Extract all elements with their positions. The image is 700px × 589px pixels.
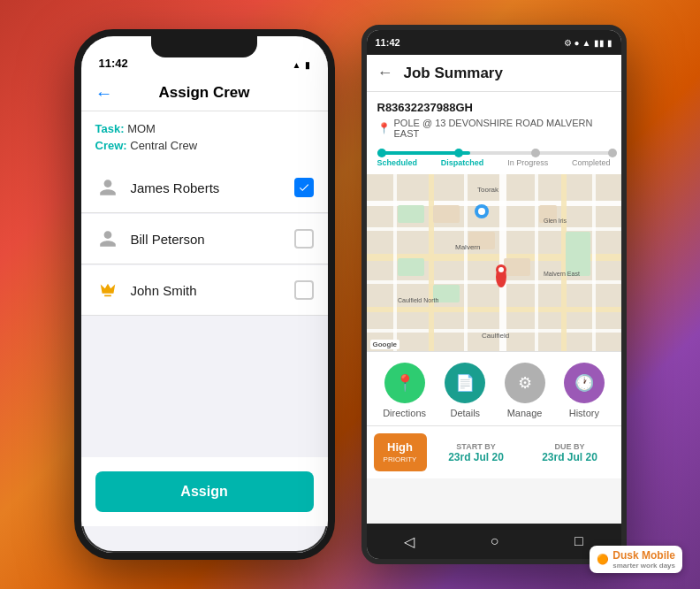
android-header-title: Job Summary	[404, 65, 503, 82]
manage-icon-circle: ⚙	[505, 363, 545, 403]
assign-button-area: Assign	[81, 457, 328, 526]
settings-icon: ⚙	[564, 38, 572, 48]
iphone-header-title: Assign Crew	[159, 84, 250, 102]
task-info: Task: MOM Crew: Central Crew	[81, 111, 328, 163]
android-status-bar: 11:42 ⚙ ● ▲ ▮▮ ▮	[367, 30, 621, 55]
start-by-info: START BY 23rd Jul 20	[432, 442, 521, 463]
directions-icon: 📍	[395, 373, 415, 393]
svg-rect-8	[429, 174, 434, 351]
svg-text:Caulfield: Caulfield	[482, 332, 509, 340]
svg-rect-9	[464, 174, 468, 351]
dot-dispatched	[454, 149, 463, 157]
map-container[interactable]: Toorak Glen Iris Malvern Malvern East Ca…	[367, 174, 621, 351]
svg-rect-18	[504, 258, 530, 276]
signal-icon: ▮▮	[594, 38, 605, 48]
android-home-nav[interactable]: ○	[491, 533, 499, 549]
svg-point-23	[478, 208, 485, 215]
wifi-icon: ▲	[582, 38, 591, 48]
crew-icon-bill	[95, 226, 120, 251]
android-back-nav[interactable]: ◁	[404, 533, 415, 550]
android-recents-nav[interactable]: □	[574, 533, 583, 549]
start-by-label: START BY	[432, 442, 521, 451]
action-buttons: 📍 Directions 📄 Details ⚙ Manage 🕐 Histor…	[367, 351, 621, 425]
crew-item-bill[interactable]: Bill Peterson	[81, 214, 328, 264]
svg-text:Toorak: Toorak	[477, 186, 499, 194]
android-nav-bar: ◁ ○ □	[367, 524, 621, 559]
iphone-device: 11:42 ▲ ▮ ← Assign Crew Task: MOM Crew: …	[74, 29, 335, 560]
battery-icon: ▮	[305, 60, 310, 70]
svg-point-26	[498, 267, 504, 272]
details-button[interactable]: 📄 Details	[445, 363, 485, 418]
progress-labels: Scheduled Dispatched In Progress Complet…	[377, 158, 611, 167]
crew-row: Crew: Central Crew	[95, 139, 314, 152]
history-icon: 🕐	[574, 373, 594, 393]
svg-rect-7	[393, 174, 397, 351]
android-back-button[interactable]: ←	[377, 64, 393, 82]
label-scheduled: Scheduled	[377, 158, 418, 167]
details-icon: 📄	[455, 373, 475, 393]
directions-button[interactable]: 📍 Directions	[383, 363, 426, 418]
back-button[interactable]: ←	[95, 83, 113, 103]
dot-scheduled	[377, 149, 386, 157]
crew-item-james[interactable]: James Roberts	[81, 163, 328, 213]
dot-inprogress	[531, 149, 540, 157]
directions-icon-circle: 📍	[384, 363, 425, 403]
job-id: R83632237988GH	[377, 101, 611, 114]
job-location: 📍 POLE @ 13 DEVONSHIRE ROAD MALVERN EAST	[377, 118, 611, 139]
svg-rect-11	[535, 174, 538, 351]
iphone-status-icons: ▲ ▮	[293, 60, 310, 70]
crew-item-john[interactable]: John Smith	[81, 265, 328, 316]
task-label: Task:	[95, 122, 125, 135]
label-inprogress: In Progress	[507, 158, 548, 167]
label-completed: Completed	[572, 158, 611, 167]
iphone-content: ← Assign Crew Task: MOM Crew: Central Cr…	[81, 75, 328, 509]
due-by-info: DUE BY 23rd Jul 20	[526, 442, 614, 463]
location-pin-icon: 📍	[377, 122, 391, 134]
crew-name-james: James Roberts	[131, 180, 294, 195]
crew-checkbox-bill[interactable]	[294, 229, 314, 249]
history-label: History	[569, 408, 599, 418]
job-info: R83632237988GH 📍 POLE @ 13 DEVONSHIRE RO…	[367, 92, 621, 151]
svg-rect-17	[398, 258, 424, 276]
label-dispatched: Dispatched	[441, 158, 484, 167]
manage-label: Manage	[507, 408, 543, 418]
crew-checkbox-james[interactable]	[294, 178, 314, 197]
manage-button[interactable]: ⚙ Manage	[505, 363, 545, 418]
priority-value: High	[383, 440, 418, 455]
svg-rect-14	[398, 205, 424, 223]
crew-icon-john	[95, 278, 120, 302]
crew-icon-james	[95, 175, 120, 200]
crew-checkbox-john[interactable]	[294, 280, 314, 300]
due-by-value: 23rd Jul 20	[526, 451, 614, 463]
job-footer: High PRIORITY START BY 23rd Jul 20 DUE B…	[367, 425, 621, 478]
android-device: 11:42 ⚙ ● ▲ ▮▮ ▮ ← Job Summary R83632237…	[361, 25, 627, 564]
svg-rect-4	[367, 280, 621, 284]
android-header: ← Job Summary	[367, 55, 621, 92]
assign-button[interactable]: Assign	[95, 471, 314, 512]
task-value: MOM	[127, 122, 156, 135]
wifi-icon: ▲	[293, 60, 301, 70]
svg-rect-20	[566, 232, 590, 276]
crew-name-bill: Bill Peterson	[131, 232, 294, 247]
crew-label: Crew:	[95, 139, 127, 152]
circle-icon: ●	[574, 38, 580, 48]
history-icon-circle: 🕐	[564, 363, 605, 403]
priority-badge: High PRIORITY	[374, 433, 427, 471]
history-button[interactable]: 🕐 History	[564, 363, 605, 418]
svg-text:Malvern: Malvern	[455, 243, 480, 251]
svg-rect-13	[592, 174, 596, 351]
android-time: 11:42	[376, 37, 400, 48]
dusk-logo-icon: 🟠	[597, 554, 609, 565]
iphone-header: ← Assign Crew	[81, 75, 328, 111]
directions-label: Directions	[383, 408, 426, 418]
priority-sub: PRIORITY	[383, 455, 418, 464]
start-by-value: 23rd Jul 20	[432, 451, 521, 463]
progress-track	[377, 151, 611, 155]
iphone-notch	[151, 36, 257, 57]
svg-rect-15	[433, 205, 460, 223]
svg-text:Glen Iris: Glen Iris	[544, 218, 567, 224]
iphone-time: 11:42	[99, 57, 128, 70]
job-location-text: POLE @ 13 DEVONSHIRE ROAD MALVERN EAST	[394, 118, 611, 139]
task-row: Task: MOM	[95, 122, 314, 135]
dot-completed	[608, 149, 617, 157]
